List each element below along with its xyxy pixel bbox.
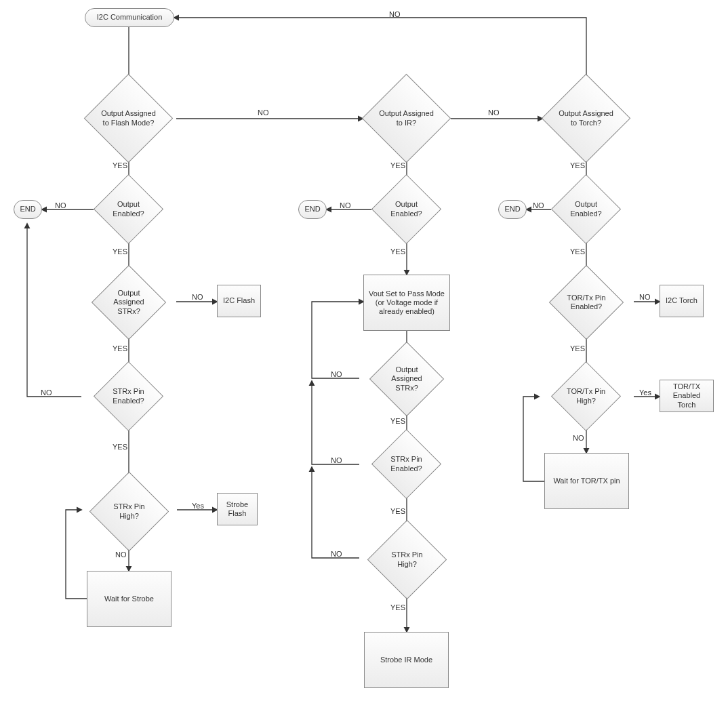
edge-label: Yes: [192, 502, 204, 510]
edge-label: YES: [113, 443, 127, 451]
end-label: END: [504, 205, 520, 214]
decision-label: STRx Pin High?: [104, 502, 155, 520]
decision-label: STRx Pin Enabled?: [384, 455, 428, 473]
process-label: I2C Flash: [223, 296, 255, 305]
process-label: TOR/TX Enabled Torch: [663, 382, 710, 409]
edge-label: YES: [390, 161, 405, 169]
process-tor-enabled-torch: TOR/TX Enabled Torch: [660, 380, 714, 412]
edge-label: YES: [570, 247, 585, 256]
decision-pin-ir: STRx Pin Enabled?: [382, 439, 431, 489]
edge-label: YES: [113, 344, 127, 353]
edge-label: YES: [390, 417, 405, 425]
process-label: I2C Torch: [666, 296, 697, 305]
decision-label: Output Assigned to Flash Mode?: [100, 109, 157, 127]
edge-label: NO: [258, 108, 269, 117]
edge-label: NO: [340, 201, 351, 209]
edge-label: NO: [55, 201, 66, 209]
decision-label: Output Assigned STRx?: [383, 365, 430, 393]
decision-ir: Output Assigned to IR?: [375, 87, 438, 150]
edge-label: YES: [390, 603, 405, 611]
edge-label: NO: [331, 456, 342, 464]
process-strobe-ir: Strobe IR Mode: [364, 632, 449, 688]
edge-label: YES: [390, 507, 405, 515]
edge-label: YES: [113, 247, 127, 256]
process-label: Strobe Flash: [220, 500, 254, 518]
decision-label: TOR/Tx Pin High?: [564, 387, 608, 405]
decision-enabled-flash: Output Enabled?: [104, 184, 153, 234]
edge-label: NO: [192, 293, 203, 301]
decision-high-ir: STRx Pin High?: [379, 532, 435, 588]
process-label: Strobe IR Mode: [380, 656, 432, 664]
edge-label: YES: [570, 161, 585, 169]
process-vout: Vout Set to Pass Mode (or Voltage mode i…: [363, 275, 450, 331]
edge-label: NO: [115, 550, 127, 559]
edge-label: NO: [573, 434, 584, 442]
end-label: END: [304, 205, 320, 214]
decision-strx-ir: Output Assigned STRx?: [380, 353, 433, 405]
decision-label: Output Enabled?: [106, 200, 150, 218]
decision-strx-flash: Output Assigned STRx?: [102, 276, 155, 329]
edge-label: NO: [331, 550, 342, 558]
start-node: I2C Communication: [85, 8, 174, 27]
process-label: Wait for TOR/TX pin: [553, 477, 620, 485]
edge-label: YES: [390, 247, 405, 256]
edge-label: NO: [331, 370, 342, 378]
start-label: I2C Communication: [97, 13, 163, 22]
edge-label: NO: [41, 388, 52, 397]
process-strobe-flash: Strobe Flash: [217, 493, 258, 525]
decision-tor-high: TOR/Tx Pin High?: [561, 372, 611, 421]
process-label: Vout Set to Pass Mode (or Voltage mode i…: [367, 289, 447, 317]
edge-label: NO: [488, 108, 500, 117]
decision-enabled-torch: Output Enabled?: [561, 184, 611, 234]
process-i2c-flash: I2C Flash: [217, 285, 261, 317]
decision-label: TOR/Tx Pin Enabled?: [563, 294, 610, 311]
decision-torch: Output Assigned to Torch?: [554, 87, 618, 150]
edge-label: NO: [639, 293, 651, 301]
process-wait-strobe: Wait for Strobe: [87, 571, 171, 627]
edge-label: YES: [570, 344, 585, 353]
end-node-torch: END: [498, 200, 527, 219]
edge-label: NO: [533, 201, 544, 209]
decision-label: Output Assigned to Torch?: [557, 109, 615, 127]
decision-label: STRx Pin Enabled?: [106, 387, 150, 405]
process-label: Wait for Strobe: [104, 595, 154, 603]
decision-high-flash: STRx Pin High?: [101, 483, 157, 540]
decision-label: STRx Pin High?: [382, 550, 432, 568]
process-wait-tor: Wait for TOR/TX pin: [544, 453, 629, 509]
decision-label: Output Enabled?: [384, 200, 428, 218]
end-node-ir: END: [298, 200, 327, 219]
decision-tor-enabled: TOR/Tx Pin Enabled?: [560, 276, 613, 329]
decision-label: Output Enabled?: [564, 200, 608, 218]
edge-label: NO: [389, 10, 401, 18]
end-label: END: [20, 205, 35, 214]
decision-enabled-ir: Output Enabled?: [382, 184, 431, 234]
decision-flash: Output Assigned to Flash Mode?: [97, 87, 160, 150]
process-i2c-torch: I2C Torch: [660, 285, 704, 317]
decision-label: Output Assigned to IR?: [378, 109, 435, 127]
edge-label: Yes: [639, 388, 651, 397]
decision-label: Output Assigned STRx?: [105, 289, 153, 316]
end-node-flash: END: [14, 200, 42, 219]
edge-label: YES: [113, 161, 127, 169]
decision-pin-flash: STRx Pin Enabled?: [104, 372, 153, 421]
